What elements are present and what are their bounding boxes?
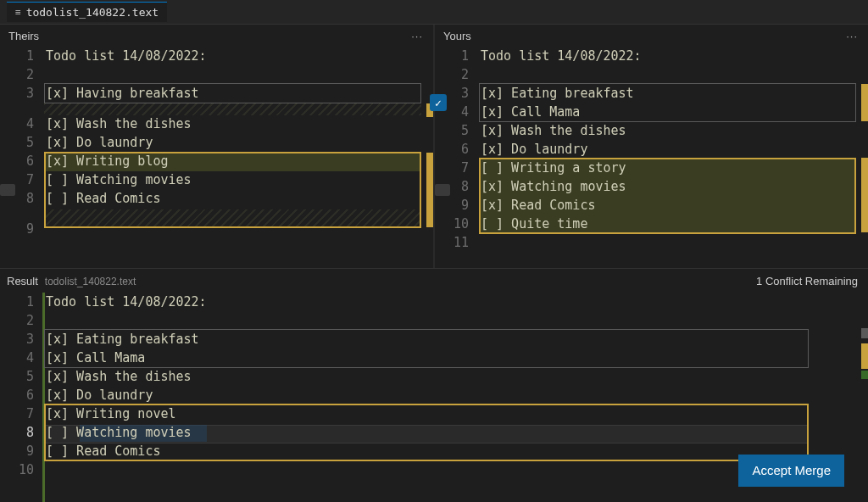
code-line: [ ] Watching movies bbox=[44, 425, 192, 440]
code-line bbox=[44, 313, 46, 328]
theirs-title: Theirs bbox=[8, 30, 39, 42]
code-line: [x] Eating breakfast bbox=[44, 332, 199, 347]
yours-actions-menu[interactable]: ··· bbox=[846, 30, 858, 42]
theirs-editor[interactable]: 1 2 3 4 5 6 7 8 9 Todo bbox=[0, 47, 433, 268]
result-editor[interactable]: 123 456 7 8 910 Todo list 14/08/2022: [x… bbox=[0, 293, 868, 502]
code-line: [x] Writing blog bbox=[44, 153, 169, 169]
code-line: [ ] Quite time bbox=[479, 216, 587, 231]
code-line: [x] Writing novel bbox=[44, 406, 176, 421]
theirs-header: Theirs ··· bbox=[0, 25, 433, 47]
code-line bbox=[479, 235, 481, 250]
code-line: [x] Call Mama bbox=[44, 350, 145, 365]
diff-handle-icon[interactable] bbox=[0, 184, 15, 196]
code-line: [x] Watching movies bbox=[479, 179, 626, 194]
accept-theirs-check[interactable]: ✓ bbox=[430, 94, 447, 111]
code-line: [x] Eating breakfast bbox=[479, 86, 634, 101]
code-line: [ ] Watching movies bbox=[44, 172, 192, 187]
tab-bar: ≡ todolist_140822.text bbox=[0, 0, 868, 24]
yours-pane: Yours ··· 123 456 789 1011 Todo list 14/… bbox=[435, 25, 868, 268]
code-line bbox=[479, 67, 481, 82]
tab-filename: todolist_140822.text bbox=[26, 6, 159, 19]
code-line bbox=[44, 462, 46, 477]
conflict-status: 1 Conflict Remaining bbox=[756, 275, 858, 287]
yours-title: Yours bbox=[443, 30, 471, 42]
code-line: Todo list 14/08/2022: bbox=[44, 48, 207, 64]
result-header: Result todolist_140822.text 1 Conflict R… bbox=[0, 269, 868, 293]
theirs-actions-menu[interactable]: ··· bbox=[411, 30, 423, 42]
result-gutter: 123 456 7 8 910 bbox=[0, 293, 44, 502]
open-file-tab[interactable]: ≡ todolist_140822.text bbox=[7, 2, 167, 22]
code-line: [ ] Read Comics bbox=[44, 191, 160, 206]
code-line: [x] Do laundry bbox=[479, 142, 587, 157]
code-line: [ ] Read Comics bbox=[44, 443, 160, 459]
result-pane: Result todolist_140822.text 1 Conflict R… bbox=[0, 268, 868, 502]
conflict-panes: Theirs ··· 1 2 3 4 5 6 7 8 9 bbox=[0, 24, 868, 268]
result-label: Result bbox=[7, 275, 38, 287]
theirs-pane: Theirs ··· 1 2 3 4 5 6 7 8 9 bbox=[0, 25, 433, 268]
code-line bbox=[44, 209, 46, 225]
yours-editor[interactable]: 123 456 789 1011 Todo list 14/08/2022: [… bbox=[435, 47, 868, 268]
code-line: Todo list 14/08/2022: bbox=[479, 48, 642, 64]
code-line: [x] Do laundry bbox=[44, 135, 153, 150]
code-line: [x] Do laundry bbox=[44, 388, 153, 403]
theirs-gutter: 1 2 3 4 5 6 7 8 9 bbox=[0, 47, 44, 268]
code-line: [x] Read Comics bbox=[479, 198, 595, 213]
code-line: [x] Wash the dishes bbox=[44, 116, 192, 131]
overview-ruler[interactable] bbox=[853, 293, 868, 502]
check-icon: ✓ bbox=[435, 97, 442, 109]
code-line: [x] Wash the dishes bbox=[44, 369, 192, 384]
code-line: [x] Call Mama bbox=[479, 104, 580, 120]
yours-content: Todo list 14/08/2022: [x] Eating breakfa… bbox=[479, 47, 868, 268]
theirs-content: Todo list 14/08/2022: [x] Having breakfa… bbox=[44, 47, 433, 268]
diff-handle-icon[interactable] bbox=[435, 184, 450, 196]
result-filename: todolist_140822.text bbox=[45, 276, 136, 287]
accept-merge-button[interactable]: Accept Merge bbox=[738, 455, 844, 487]
code-line: Todo list 14/08/2022: bbox=[44, 294, 207, 310]
code-line: [x] Wash the dishes bbox=[479, 123, 626, 138]
code-line: [x] Having breakfast bbox=[44, 86, 199, 101]
code-line bbox=[44, 67, 46, 82]
yours-gutter: 123 456 789 1011 bbox=[435, 47, 479, 268]
list-icon: ≡ bbox=[15, 7, 21, 18]
code-line: [ ] Writing a story bbox=[479, 160, 626, 176]
yours-header: Yours ··· bbox=[435, 25, 868, 47]
